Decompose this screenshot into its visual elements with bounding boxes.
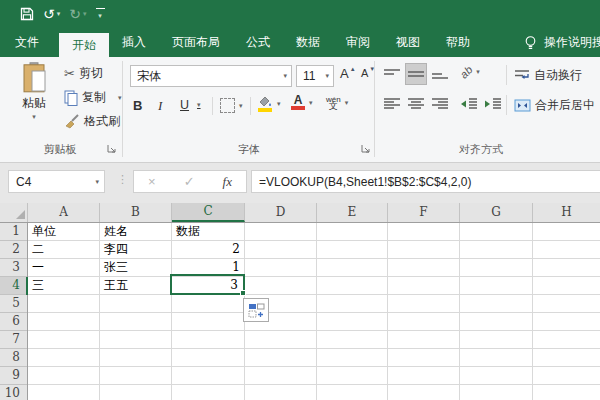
cell-b4[interactable]: 王五 — [100, 277, 172, 295]
cell-a1[interactable]: 单位 — [28, 223, 100, 241]
tab-formulas[interactable]: 公式 — [233, 28, 283, 57]
chevron-down-icon: ▾ — [239, 102, 243, 110]
save-button[interactable] — [20, 7, 34, 21]
row-header-4[interactable]: 4 — [0, 277, 27, 295]
align-bottom-button[interactable] — [429, 63, 451, 85]
dialog-launcher-icon — [107, 144, 116, 153]
chevron-down-icon: ▾ — [83, 10, 87, 18]
tell-me-label: 操作说明搜索 — [544, 34, 600, 51]
row-header-9[interactable]: 9 — [0, 367, 27, 385]
cell-b1[interactable]: 姓名 — [100, 223, 172, 241]
row-header-8[interactable]: 8 — [0, 349, 27, 367]
cancel-button[interactable]: × — [148, 174, 156, 189]
column-header-a[interactable]: A — [28, 203, 100, 222]
phonetic-guide-icon: wén 文 — [326, 96, 341, 110]
borders-button[interactable]: ▾ — [220, 98, 243, 113]
fill-color-button[interactable]: ▾ — [257, 95, 281, 112]
font-size-combobox[interactable]: 11 ▾ — [296, 65, 334, 87]
increase-indent-button[interactable] — [482, 93, 504, 115]
align-top-button[interactable] — [381, 63, 403, 85]
tab-page-layout[interactable]: 页面布局 — [159, 28, 233, 57]
underline-button[interactable]: U ▾ — [180, 98, 201, 112]
tab-insert[interactable]: 插入 — [109, 28, 159, 57]
title-bar: ↺ ▾ ↻ ▾ ▾ — [0, 0, 600, 28]
cell-b3[interactable]: 张三 — [100, 259, 172, 277]
ribbon-tab-bar: 文件 开始 插入 页面布局 公式 数据 审阅 视图 帮助 操作说明搜索 — [0, 28, 600, 57]
tab-help[interactable]: 帮助 — [433, 28, 483, 57]
merge-center-button[interactable]: 合并后居中 — [514, 97, 595, 114]
chevron-down-icon: ▾ — [277, 100, 281, 108]
autofill-options-icon — [248, 303, 265, 318]
cell-c1[interactable]: 数据 — [172, 223, 245, 241]
select-all-button[interactable] — [0, 203, 28, 222]
cell-b2[interactable]: 李四 — [100, 241, 172, 259]
wrap-text-button[interactable]: 自动换行 — [514, 67, 582, 84]
column-header-b[interactable]: B — [100, 203, 172, 222]
column-header-c[interactable]: C — [172, 203, 245, 222]
cut-button[interactable]: ✂ 剪切 — [64, 65, 103, 82]
column-header-h[interactable]: H — [533, 203, 600, 222]
undo-button[interactable]: ↺ ▾ — [43, 7, 60, 21]
align-right-button[interactable] — [429, 93, 451, 115]
align-left-icon — [383, 97, 401, 111]
redo-icon: ↻ — [69, 7, 81, 21]
row-header-7[interactable]: 7 — [0, 331, 27, 349]
redo-button[interactable]: ↻ ▾ — [69, 7, 86, 21]
clipboard-dialog-launcher[interactable] — [107, 144, 117, 154]
small-separator — [250, 97, 251, 115]
decrease-indent-button[interactable] — [458, 93, 480, 115]
row-header-1[interactable]: 1 — [0, 223, 27, 241]
bold-button[interactable]: B — [133, 98, 142, 113]
column-header-d[interactable]: D — [245, 203, 317, 222]
customize-quick-access-button[interactable]: ▾ — [96, 8, 105, 20]
active-cell-selection[interactable] — [170, 274, 245, 295]
dialog-launcher-icon — [361, 144, 370, 153]
row-header-10[interactable]: 10 — [0, 385, 27, 400]
align-middle-button[interactable] — [405, 63, 427, 85]
increase-indent-icon — [484, 97, 502, 111]
cell-c2[interactable]: 2 — [172, 241, 245, 259]
customize-toolbar-icon — [96, 8, 105, 9]
row-header-6[interactable]: 6 — [0, 313, 27, 331]
row-header-3[interactable]: 3 — [0, 259, 27, 277]
cell-a3[interactable]: 一 — [28, 259, 100, 277]
font-name-combobox[interactable]: 宋体 ▾ — [130, 65, 292, 87]
tell-me-search[interactable]: 操作说明搜索 — [524, 28, 600, 57]
font-dialog-launcher[interactable] — [361, 144, 371, 154]
font-color-button[interactable]: A ▾ — [291, 95, 313, 110]
phonetic-guide-button[interactable]: wén 文 ▾ — [326, 96, 348, 110]
italic-button[interactable]: I — [158, 98, 162, 114]
tab-home[interactable]: 开始 — [59, 33, 109, 57]
column-header-g[interactable]: G — [460, 203, 533, 222]
chevron-down-icon: ▾ — [32, 113, 36, 121]
grow-font-button[interactable]: A ▲ — [340, 66, 356, 81]
autofill-options-button[interactable] — [243, 298, 269, 322]
tab-review[interactable]: 审阅 — [333, 28, 383, 57]
tab-view[interactable]: 视图 — [383, 28, 433, 57]
insert-function-button[interactable]: fx — [223, 174, 232, 190]
tab-data[interactable]: 数据 — [283, 28, 333, 57]
orientation-button[interactable]: ab ▾ — [460, 66, 480, 78]
copy-button[interactable]: 复制 ▾ — [64, 89, 122, 106]
format-painter-button[interactable]: 格式刷 — [64, 113, 120, 130]
enter-button[interactable]: ✓ — [184, 174, 195, 189]
small-separator — [212, 97, 213, 115]
align-top-icon — [383, 67, 401, 81]
row-header-2[interactable]: 2 — [0, 241, 27, 259]
formula-input[interactable]: =VLOOKUP(B4,Sheet1!$B$2:$C$4,2,0) — [251, 170, 600, 193]
column-header-f[interactable]: F — [388, 203, 460, 222]
name-box[interactable]: C4 ▾ — [8, 170, 105, 193]
paste-button[interactable]: 粘贴 ▾ — [8, 62, 60, 138]
align-center-button[interactable] — [405, 93, 427, 115]
fill-handle[interactable] — [240, 290, 246, 296]
row-header-5[interactable]: 5 — [0, 295, 27, 313]
cell-a2[interactable]: 二 — [28, 241, 100, 259]
chevron-down-icon: ▾ — [321, 72, 333, 80]
align-left-button[interactable] — [381, 93, 403, 115]
paste-icon — [21, 62, 47, 94]
copy-label: 复制 — [82, 89, 106, 106]
column-header-e[interactable]: E — [317, 203, 388, 222]
formula-bar-resizer[interactable]: ⋮ — [117, 173, 128, 186]
tab-file[interactable]: 文件 — [0, 28, 54, 57]
cell-a4[interactable]: 三 — [28, 277, 100, 295]
